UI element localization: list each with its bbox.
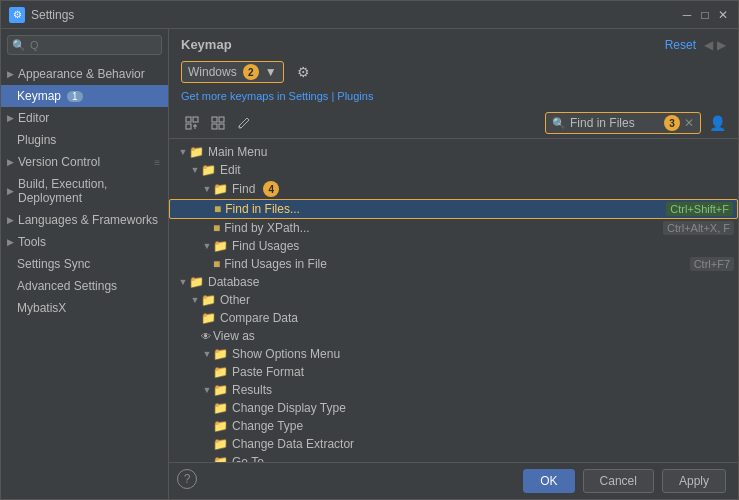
- folder-icon: 📁: [213, 383, 228, 397]
- sidebar-item-label: Advanced Settings: [17, 279, 117, 293]
- tree-node-change-data-extractor[interactable]: 📁 Change Data Extractor: [169, 435, 738, 453]
- tree-node-go-to[interactable]: 📁 Go To: [169, 453, 738, 462]
- svg-rect-5: [212, 117, 217, 122]
- folder-icon: 📁: [213, 239, 228, 253]
- right-panel: Keymap Reset ◀ ▶ Windows 2 ▼: [169, 29, 738, 499]
- sidebar-item-keymap[interactable]: Keymap 1: [1, 85, 168, 107]
- shortcut-label: Ctrl+Shift+F: [666, 202, 733, 216]
- sidebar-item-languages[interactable]: ▶ Languages & Frameworks: [1, 209, 168, 231]
- node-label: Find: [232, 182, 255, 196]
- arrow-icon: ▶: [7, 113, 14, 123]
- tree-node-paste-format[interactable]: 📁 Paste Format: [169, 363, 738, 381]
- folder-icon: 📁: [213, 182, 228, 196]
- sidebar-item-advanced[interactable]: Advanced Settings: [1, 275, 168, 297]
- arrow-icon: ▶: [7, 215, 14, 225]
- app-icon: ⚙: [9, 7, 25, 23]
- help-button[interactable]: ?: [177, 469, 197, 489]
- tree-node-edit[interactable]: ▼ 📁 Edit: [169, 161, 738, 179]
- filter-search-icon: 🔍: [552, 117, 566, 130]
- window-controls: ─ □ ✕: [680, 8, 730, 22]
- tree-node-database[interactable]: ▼ 📁 Database: [169, 273, 738, 291]
- tree-arrow: ▼: [201, 385, 213, 395]
- tree-node-results[interactable]: ▼ 📁 Results: [169, 381, 738, 399]
- tree-arrow: ▼: [177, 277, 189, 287]
- folder-icon: 📁: [189, 145, 204, 159]
- folder-icon: 📁: [213, 401, 228, 415]
- vcs-indicator: ≡: [154, 157, 160, 168]
- tree-node-find[interactable]: ▼ 📁 Find 4: [169, 179, 738, 199]
- svg-rect-0: [186, 117, 191, 122]
- gear-button[interactable]: ⚙: [292, 60, 316, 84]
- node-label: Paste Format: [232, 365, 304, 379]
- keymap-header: Keymap Reset ◀ ▶: [169, 29, 738, 56]
- back-arrow[interactable]: ◀: [704, 38, 713, 52]
- tree-node-show-options[interactable]: ▼ 📁 Show Options Menu: [169, 345, 738, 363]
- tree-node-view-as[interactable]: 👁 View as: [169, 327, 738, 345]
- svg-rect-2: [186, 124, 191, 129]
- tree-node-change-display-type[interactable]: 📁 Change Display Type: [169, 399, 738, 417]
- title-bar: ⚙ Settings ─ □ ✕: [1, 1, 738, 29]
- close-button[interactable]: ✕: [716, 8, 730, 22]
- edit-icon: [237, 116, 251, 130]
- tree-node-other[interactable]: ▼ 📁 Other: [169, 291, 738, 309]
- find-badge: 4: [263, 181, 279, 197]
- collapse-all-button[interactable]: [207, 112, 229, 134]
- action-icon: ■: [213, 257, 220, 271]
- settings-window: ⚙ Settings ─ □ ✕ 🔍 ▶ Appearance & Behavi…: [0, 0, 739, 500]
- node-label: Find by XPath...: [224, 221, 309, 235]
- sidebar-search[interactable]: 🔍: [7, 35, 162, 55]
- folder-icon: 📁: [213, 437, 228, 451]
- sidebar-item-appearance[interactable]: ▶ Appearance & Behavior: [1, 63, 168, 85]
- sidebar-item-label: Languages & Frameworks: [18, 213, 158, 227]
- maximize-button[interactable]: □: [698, 8, 712, 22]
- keymap-title: Keymap: [181, 37, 232, 52]
- folder-icon: 📁: [213, 455, 228, 462]
- sidebar-item-settings-sync[interactable]: Settings Sync: [1, 253, 168, 275]
- edit-button[interactable]: [233, 112, 255, 134]
- folder-icon: 📁: [201, 311, 216, 325]
- plugins-link[interactable]: Get more keymaps in Settings | Plugins: [169, 88, 738, 108]
- node-label: Compare Data: [220, 311, 298, 325]
- tree-node-find-usages[interactable]: ▼ 📁 Find Usages: [169, 237, 738, 255]
- tree-panel: ▼ 📁 Main Menu ▼ 📁 Edit ▼: [169, 139, 738, 462]
- sidebar-item-mybatisx[interactable]: MybatisX: [1, 297, 168, 319]
- forward-arrow[interactable]: ▶: [717, 38, 726, 52]
- ok-button[interactable]: OK: [523, 469, 574, 493]
- sidebar-item-build[interactable]: ▶ Build, Execution, Deployment: [1, 173, 168, 209]
- clear-filter-button[interactable]: ✕: [684, 116, 694, 130]
- scheme-dropdown[interactable]: Windows 2 ▼: [181, 61, 284, 83]
- keymap-badge: 1: [67, 91, 83, 102]
- node-label: Edit: [220, 163, 241, 177]
- sidebar-item-tools[interactable]: ▶ Tools: [1, 231, 168, 253]
- cancel-button[interactable]: Cancel: [583, 469, 654, 493]
- reset-area: Reset ◀ ▶: [665, 38, 726, 52]
- folder-icon: 📁: [213, 365, 228, 379]
- arrow-icon: ▶: [7, 157, 14, 167]
- main-content: 🔍 ▶ Appearance & Behavior Keymap 1 ▶ Edi…: [1, 29, 738, 499]
- tree-node-change-type[interactable]: 📁 Change Type: [169, 417, 738, 435]
- minimize-button[interactable]: ─: [680, 8, 694, 22]
- filter-badge: 3: [664, 115, 680, 131]
- bottom-bar: ? OK Cancel Apply: [169, 462, 738, 499]
- dropdown-arrow-icon: ▼: [265, 65, 277, 79]
- tree-node-find-in-files[interactable]: ■ Find in Files... Ctrl+Shift+F: [169, 199, 738, 219]
- sidebar-item-version-control[interactable]: ▶ Version Control ≡: [1, 151, 168, 173]
- tree-node-find-by-xpath[interactable]: ■ Find by XPath... Ctrl+Alt+X, F: [169, 219, 738, 237]
- tree-arrow: ▼: [201, 241, 213, 251]
- sidebar-item-editor[interactable]: ▶ Editor: [1, 107, 168, 129]
- sidebar-item-label: Editor: [18, 111, 49, 125]
- action-icon: ■: [213, 221, 220, 235]
- svg-rect-6: [219, 117, 224, 122]
- action-icon: ■: [214, 202, 221, 216]
- sidebar-search-input[interactable]: [7, 35, 162, 55]
- tree-node-main-menu[interactable]: ▼ 📁 Main Menu: [169, 143, 738, 161]
- svg-rect-1: [193, 117, 198, 122]
- filter-input[interactable]: [570, 116, 660, 130]
- tree-node-compare-data[interactable]: 📁 Compare Data: [169, 309, 738, 327]
- apply-button[interactable]: Apply: [662, 469, 726, 493]
- sidebar-item-plugins[interactable]: Plugins: [1, 129, 168, 151]
- reset-link[interactable]: Reset: [665, 38, 696, 52]
- sidebar-item-label: Appearance & Behavior: [18, 67, 145, 81]
- tree-node-find-usages-in-file[interactable]: ■ Find Usages in File Ctrl+F7: [169, 255, 738, 273]
- expand-all-button[interactable]: [181, 112, 203, 134]
